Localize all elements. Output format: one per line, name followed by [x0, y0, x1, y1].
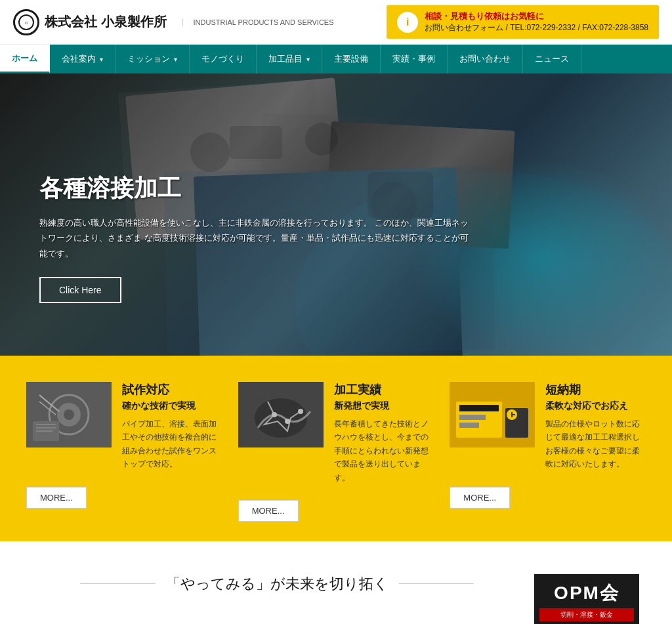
opm-title: OPM会 — [539, 581, 634, 606]
feature-more-button-2[interactable]: MORE... — [238, 500, 299, 522]
svg-rect-9 — [230, 126, 282, 159]
svg-point-7 — [305, 123, 338, 156]
contact-label: 相談・見積もり依頼はお気軽に — [425, 10, 648, 22]
divider-line-left — [80, 583, 156, 584]
svg-rect-30 — [459, 423, 479, 428]
svg-point-22 — [255, 398, 307, 438]
feature-card-results: 加工実績 新発想で実現 長年蓄積してきた技術とノウハウを核とし、今までの手順にと… — [238, 382, 434, 522]
company-name: 株式会社 小泉製作所 — [45, 13, 167, 31]
hero-cta-button[interactable]: Click Here — [39, 277, 121, 303]
bottom-section: 「やってみる」が未来を切り拓く OPM会 切削・溶接・鈑金 株式会社小泉製作所は… — [0, 541, 672, 624]
opm-badge: OPM会 切削・溶接・鈑金 — [534, 574, 639, 624]
feature-subtitle-3: 柔軟な対応でお応え — [545, 400, 646, 412]
logo-circle-icon: ○ — [13, 9, 39, 35]
nav-item-equipment[interactable]: 主要設備 — [322, 45, 381, 73]
nav-item-mission[interactable]: ミッション ▾ — [116, 45, 190, 73]
chevron-down-icon: ▾ — [174, 56, 177, 63]
slogan-text: 「やってみる」が未来を切り拓く — [166, 574, 388, 594]
svg-point-24 — [285, 419, 290, 424]
header-left: ○ 株式会社 小泉製作所 INDUSTRIAL PRODUCTS AND SER… — [13, 9, 334, 35]
nav-item-company[interactable]: 会社案内 ▾ — [50, 45, 116, 73]
feature-title-2: 加工実績 — [334, 382, 434, 398]
nav-item-monozukuri[interactable]: モノづくり — [190, 45, 257, 73]
slogan-divider: 「やってみる」が未来を切り拓く — [80, 574, 474, 594]
svg-point-14 — [64, 409, 74, 420]
nav-item-processing[interactable]: 加工品目 ▾ — [257, 45, 322, 73]
feature-more-button-3[interactable]: MORE... — [450, 487, 510, 509]
logo[interactable]: ○ 株式会社 小泉製作所 — [13, 9, 167, 35]
features-grid: 試作対応 確かな技術で実現 パイプ加工、溶接、表面加工やその他技術を複合的に組み… — [26, 382, 646, 522]
feature-more-button-1[interactable]: MORE... — [26, 487, 87, 509]
hero-description: 熟練度の高い職人が高性能設備を使いこなし、主に非鉄金属の溶接を行っております。 … — [39, 215, 472, 261]
feature-title-1: 試作対応 — [122, 382, 222, 398]
feature-top-2: 加工実績 新発想で実現 長年蓄積してきた技術とノウハウを核とし、今までの手順にと… — [238, 382, 434, 484]
feature-title-3: 短納期 — [545, 382, 646, 398]
hero-title: 各種溶接加工 — [39, 173, 472, 205]
nav-item-results[interactable]: 実績・事例 — [381, 45, 448, 73]
svg-text:○: ○ — [24, 19, 28, 26]
company-subtitle: INDUSTRIAL PRODUCTS AND SERVICES — [182, 18, 334, 26]
feature-subtitle-2: 新発想で実現 — [334, 400, 434, 412]
opm-badge-area: OPM会 切削・溶接・鈑金 株式会社小泉製作所はOPM会のメンバーです — [528, 574, 646, 624]
feature-card-delivery: 短納期 柔軟な対応でお応え 製品の仕様やロット数に応じて最適な加工工程選択しお客… — [450, 382, 646, 522]
opm-subtitle-row: 切削・溶接・鈑金 — [539, 608, 634, 621]
slogan-area: 「やってみる」が未来を切り拓く — [26, 574, 528, 599]
feature-top-3: 短納期 柔軟な対応でお応え 製品の仕様やロット数に応じて最適な加工工程選択しお客… — [450, 382, 646, 471]
feature-image-2 — [238, 382, 324, 447]
feature-desc-2: 長年蓄積してきた技術とノウハウを核とし、今までの手順にとらわれない新発想で製品を… — [334, 417, 434, 484]
site-header: ○ 株式会社 小泉製作所 INDUSTRIAL PRODUCTS AND SER… — [0, 0, 672, 45]
info-icon: i — [397, 12, 418, 33]
feature-text-3: 短納期 柔軟な対応でお応え 製品の仕様やロット数に応じて最適な加工工程選択しお客… — [545, 382, 646, 471]
nav-item-news[interactable]: ニュース — [523, 45, 581, 73]
nav-item-contact[interactable]: お問い合わせ — [448, 45, 523, 73]
contact-box[interactable]: i 相談・見積もり依頼はお気軽に お問い合わせフォーム / TEL:072-22… — [387, 5, 659, 39]
nav-item-home[interactable]: ホーム — [0, 45, 50, 73]
feature-subtitle-1: 確かな技術で実現 — [122, 400, 222, 412]
feature-top-1: 試作対応 確かな技術で実現 パイプ加工、溶接、表面加工やその他技術を複合的に組み… — [26, 382, 222, 471]
chevron-down-icon: ▾ — [306, 56, 310, 63]
feature-desc-3: 製品の仕様やロット数に応じて最適な加工工程選択しお客様の様々なご要望に柔軟に対応… — [545, 417, 646, 471]
svg-point-6 — [190, 133, 230, 172]
feature-text-2: 加工実績 新発想で実現 長年蓄積してきた技術とノウハウを核とし、今までの手順にと… — [334, 382, 434, 484]
divider-line-right — [399, 583, 474, 584]
contact-text: 相談・見積もり依頼はお気軽に お問い合わせフォーム / TEL:072-229-… — [425, 10, 648, 33]
svg-point-23 — [272, 412, 277, 417]
svg-rect-29 — [459, 415, 486, 420]
opm-tag: 切削・溶接・鈑金 — [560, 610, 613, 619]
contact-detail: お問い合わせフォーム / TEL:072-229-2332 / FAX:072-… — [425, 22, 648, 33]
hero-content: 各種溶接加工 熟練度の高い職人が高性能設備を使いこなし、主に非鉄金属の溶接を行っ… — [39, 173, 472, 303]
chevron-down-icon: ▾ — [100, 56, 103, 63]
features-section: 試作対応 確かな技術で実現 パイプ加工、溶接、表面加工やその他技術を複合的に組み… — [0, 356, 672, 541]
feature-desc-1: パイプ加工、溶接、表面加工やその他技術を複合的に組み合わせた試作をワンストップで… — [122, 417, 222, 471]
svg-rect-28 — [459, 405, 499, 411]
svg-point-25 — [298, 409, 303, 414]
feature-image-3 — [450, 382, 535, 447]
feature-image-1 — [26, 382, 112, 447]
feature-card-prototype: 試作対応 確かな技術で実現 パイプ加工、溶接、表面加工やその他技術を複合的に組み… — [26, 382, 222, 522]
hero-section: 各種溶接加工 熟練度の高い職人が高性能設備を使いこなし、主に非鉄金属の溶接を行っ… — [0, 73, 672, 356]
feature-text-1: 試作対応 確かな技術で実現 パイプ加工、溶接、表面加工やその他技術を複合的に組み… — [122, 382, 222, 471]
main-nav: ホーム 会社案内 ▾ ミッション ▾ モノづくり 加工品目 ▾ 主要設備 実績・… — [0, 45, 672, 73]
